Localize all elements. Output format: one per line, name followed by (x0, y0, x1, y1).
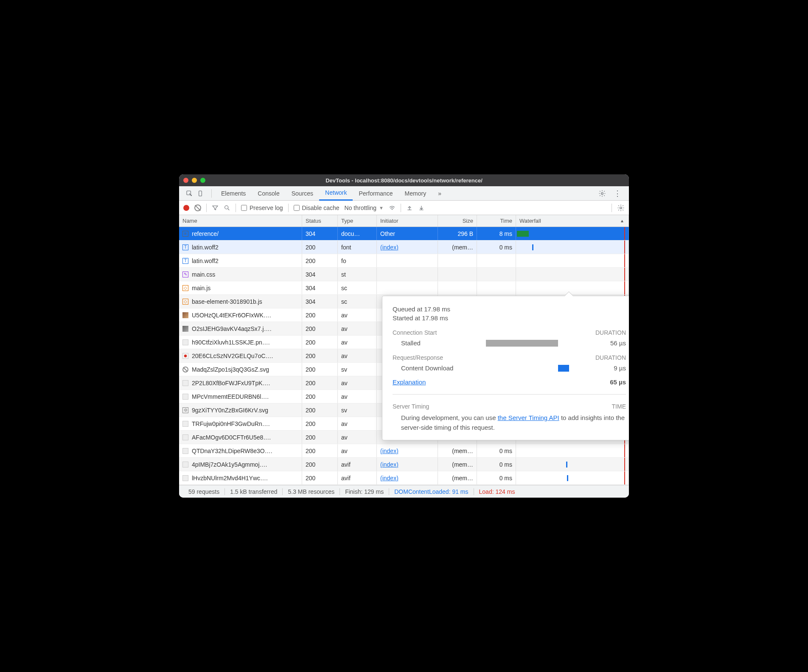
explanation-link[interactable]: Explanation (393, 378, 426, 386)
network-settings-icon[interactable] (617, 204, 625, 212)
col-type[interactable]: Type (338, 215, 377, 227)
cell-size (438, 268, 477, 281)
cell-name: ◇main.js (179, 281, 302, 294)
settings-icon[interactable] (598, 190, 606, 197)
traffic-lights (183, 178, 205, 183)
minimize-window-button[interactable] (192, 178, 197, 183)
cell-initiator (377, 254, 438, 267)
red-icon (182, 353, 188, 359)
js-icon: ◇ (182, 299, 188, 305)
img-icon (182, 394, 188, 400)
col-initiator[interactable]: Initiator (377, 215, 438, 227)
col-status[interactable]: Status (302, 215, 338, 227)
close-window-button[interactable] (183, 178, 188, 183)
cell-type: av (338, 390, 377, 403)
tab-performance[interactable]: Performance (353, 186, 398, 201)
request-name: QTDnaY32hLDipeRW8e3O…. (192, 448, 272, 454)
content-download-label: Content Download (393, 364, 469, 372)
window-title: DevTools - localhost:8080/docs/devtools/… (325, 177, 483, 184)
cell-type: av (338, 349, 377, 362)
cell-name: O2sIJEHG9avKV4aqzSx7.j…. (179, 322, 302, 335)
cell-initiator: (index) (377, 458, 438, 471)
tab-overflow[interactable]: » (432, 186, 447, 201)
upload-har-icon[interactable] (406, 204, 413, 211)
disable-cache-checkbox[interactable]: Disable cache (294, 204, 339, 211)
inspect-icon[interactable] (186, 190, 193, 197)
dom-content-loaded: DOMContentLoaded: 91 ms (389, 488, 474, 495)
more-menu-icon[interactable]: ⋮ (614, 189, 621, 198)
initiator-link[interactable]: (index) (380, 475, 398, 482)
cell-size (438, 254, 477, 267)
cell-name: 20E6CLcSzNV2GELQu7oC…. (179, 349, 302, 362)
initiator-link[interactable]: (index) (380, 244, 398, 251)
maximize-window-button[interactable] (200, 178, 205, 183)
tab-sources[interactable]: Sources (286, 186, 319, 201)
cell-type: sv (338, 363, 377, 376)
font-icon: T (182, 258, 188, 264)
tab-memory[interactable]: Memory (399, 186, 432, 201)
img-icon (182, 380, 188, 386)
table-row[interactable]: lHvzbNUlrm2Mvd4H1Ywc….200avif(index)(mem… (179, 471, 629, 485)
cell-status: 304 (302, 227, 338, 240)
table-row[interactable]: ≡reference/304docu…Other296 B8 ms (179, 227, 629, 241)
request-name: base-element-3018901b.js (192, 298, 262, 305)
devtools-window: DevTools - localhost:8080/docs/devtools/… (179, 174, 629, 498)
cell-name: 4pIMBj7zOAk1y5Agmmoj…. (179, 458, 302, 471)
cell-name: MPcVmmemtEEDURBN6l…. (179, 390, 302, 403)
download-har-icon[interactable] (418, 204, 425, 211)
cell-status: 200 (302, 322, 338, 335)
img-icon (182, 475, 188, 481)
cell-time: 0 ms (477, 444, 516, 457)
preserve-log-checkbox[interactable]: Preserve log (241, 204, 283, 211)
panel-tabs: Elements Console Sources Network Perform… (215, 186, 447, 201)
table-row[interactable]: Tlatin.woff2200fo (179, 254, 629, 268)
cell-type: font (338, 241, 377, 254)
request-name: latin.woff2 (192, 244, 219, 251)
col-name[interactable]: Name (179, 215, 302, 227)
table-row[interactable]: QTDnaY32hLDipeRW8e3O….200av(index)(mem…0… (179, 444, 629, 458)
cell-status: 200 (302, 363, 338, 376)
initiator-link[interactable]: (index) (380, 461, 398, 468)
request-name: TRFujw0pi0nHF3GwDuRn…. (192, 420, 270, 427)
css-icon: ✎ (182, 272, 188, 277)
device-toggle-icon[interactable] (197, 190, 204, 197)
table-row[interactable]: Tlatin.woff2200font(index)(mem…0 ms (179, 241, 629, 254)
cell-type: sv (338, 403, 377, 417)
duration-heading: DURATION (595, 329, 626, 336)
tab-console[interactable]: Console (252, 186, 285, 201)
col-waterfall[interactable]: Waterfall ▲ (516, 215, 629, 227)
throttling-select[interactable]: No throttling ▼ (345, 204, 384, 211)
cell-name: MadqZslZpo1sj3qQ3GsZ.svg (179, 363, 302, 376)
cell-type: av (338, 308, 377, 322)
request-name: 4pIMBj7zOAk1y5Agmmoj…. (192, 461, 267, 468)
cell-size: (mem… (438, 444, 477, 457)
network-conditions-icon[interactable] (389, 204, 396, 211)
table-row[interactable]: ◇main.js304sc (179, 281, 629, 295)
cell-initiator: Other (377, 227, 438, 240)
cell-name: h90CtfziXluvh1LSSKJE.pn…. (179, 336, 302, 349)
resources-size: 5.3 MB resources (283, 488, 340, 495)
request-name: reference/ (192, 230, 219, 237)
cell-type: fo (338, 254, 377, 267)
cell-name: ≡reference/ (179, 227, 302, 240)
cell-size: (mem… (438, 241, 477, 254)
filter-icon[interactable] (212, 204, 219, 211)
cell-initiator (377, 268, 438, 281)
clear-button[interactable] (194, 204, 201, 211)
cell-status: 200 (302, 376, 338, 389)
tab-elements[interactable]: Elements (215, 186, 252, 201)
initiator-link[interactable]: (index) (380, 448, 398, 454)
content-download-value: 9 µs (592, 364, 626, 372)
cell-status: 200 (302, 349, 338, 362)
cell-name: lHvzbNUlrm2Mvd4H1Ywc…. (179, 471, 302, 484)
search-icon[interactable] (224, 204, 230, 211)
col-size[interactable]: Size (438, 215, 477, 227)
timing-popover: Queued at 17.98 ms Started at 17.98 ms C… (382, 296, 629, 440)
server-timing-api-link[interactable]: the Server Timing API (498, 414, 559, 421)
table-row[interactable]: ✎main.css304st (179, 268, 629, 281)
status-bar: 59 requests 1.5 kB transferred 5.3 MB re… (179, 485, 629, 498)
record-button[interactable] (183, 205, 189, 211)
tab-network[interactable]: Network (319, 186, 353, 201)
table-row[interactable]: 4pIMBj7zOAk1y5Agmmoj….200avif(index)(mem… (179, 458, 629, 471)
col-time[interactable]: Time (477, 215, 516, 227)
